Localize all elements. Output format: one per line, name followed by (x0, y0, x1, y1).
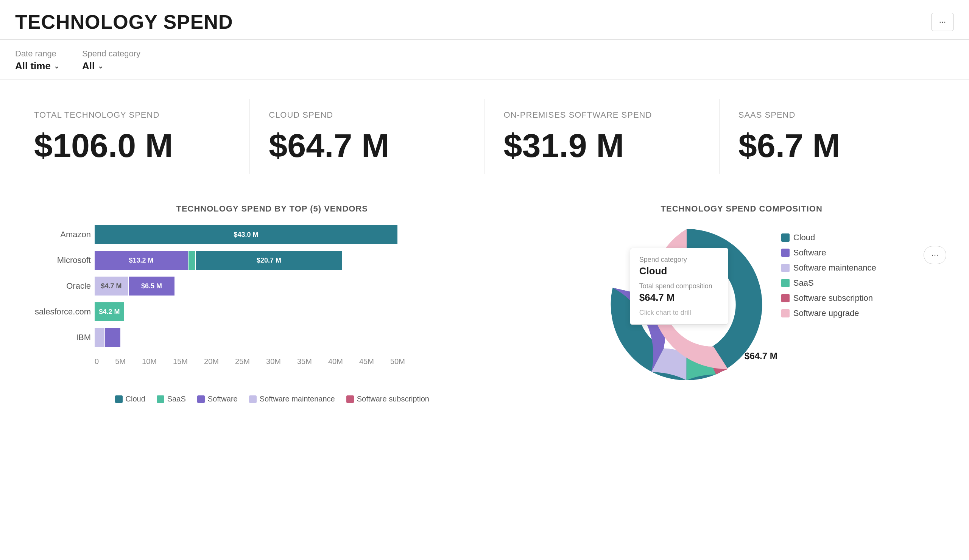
x-tick-15: 15M (173, 357, 188, 366)
pie-legend-cloud: Cloud (781, 233, 876, 243)
bar-row-oracle[interactable]: Oracle $4.7 M $6.5 M (95, 277, 518, 296)
kpi-value-2: $31.9 M (504, 129, 700, 162)
bar-label-amazon: Amazon (27, 225, 91, 244)
bar-chart: Amazon $43.0 M Microsoft $13.2 M $20.7 M… (27, 225, 518, 389)
legend-cloud: Cloud (115, 395, 145, 403)
pie-legend-dot-sw-upgrade (781, 309, 789, 317)
legend-label-software: Software (208, 395, 238, 403)
kpi-card-2: ON-PREMISES SOFTWARE SPEND $31.9 M (485, 99, 719, 174)
bar-label-salesforce: salesforce.com (27, 302, 91, 321)
pie-legend-sw-subscription: Software subscription (781, 293, 876, 303)
date-range-filter: Date range All time ⌄ (15, 49, 60, 72)
legend-dot-cloud (115, 395, 123, 403)
tooltip-spend-cat-value: Cloud (639, 265, 719, 277)
x-tick-25: 25M (235, 357, 250, 366)
pie-legend-sw-upgrade: Software upgrade (781, 308, 876, 318)
legend-sw-subscription: Software subscription (346, 395, 429, 403)
kpi-label-3: SAAS SPEND (739, 110, 935, 120)
date-range-chevron: ⌄ (54, 62, 60, 70)
bar-chart-title: TECHNOLOGY SPEND BY TOP (5) VENDORS (27, 204, 518, 214)
bar-segments-amazon: $43.0 M (95, 225, 398, 244)
pie-legend-label-software: Software (793, 248, 826, 258)
legend-dot-software (197, 395, 205, 403)
legend-saas: SaaS (157, 395, 186, 403)
x-tick-50: 50M (390, 357, 405, 366)
pie-legend-label-cloud: Cloud (793, 233, 815, 243)
bar-segments-salesforce: $4.2 M (95, 302, 124, 321)
kpi-value-1: $64.7 M (269, 129, 465, 162)
bar-segments-ibm (95, 328, 120, 347)
date-range-dropdown[interactable]: All time ⌄ (15, 60, 60, 72)
kpi-label-0: TOTAL TECHNOLOGY SPEND (34, 110, 230, 120)
filters-bar: Date range All time ⌄ Spend category All… (0, 40, 969, 80)
pie-legend-saas: SaaS (781, 278, 876, 288)
pie-legend-dot-software (781, 249, 789, 257)
more-button-float[interactable]: ··· (924, 246, 946, 264)
bar-row-amazon[interactable]: Amazon $43.0 M (95, 225, 518, 244)
page-title: TECHNOLOGY SPEND (15, 11, 233, 33)
pie-legend-dot-cloud (781, 233, 789, 242)
x-tick-10: 10M (142, 357, 157, 366)
bar-segment-ibm-maint (95, 328, 105, 347)
pie-area: Spend category Cloud Total spend composi… (541, 225, 942, 384)
x-tick-20: 20M (204, 357, 219, 366)
spend-category-value: All (82, 60, 95, 72)
pie-legend-sw-maintenance: Software maintenance (781, 263, 876, 273)
pie-legend-dot-sw-subscription (781, 294, 789, 302)
bar-row-microsoft[interactable]: Microsoft $13.2 M $20.7 M (95, 251, 518, 270)
bar-segment-amazon-cloud: $43.0 M (95, 225, 398, 244)
pie-container[interactable]: Spend category Cloud Total spend composi… (607, 225, 766, 384)
legend-label-cloud: Cloud (126, 395, 145, 403)
x-tick-5: 5M (115, 357, 126, 366)
tooltip-total-value: $64.7 M (639, 292, 719, 304)
bar-segment-sf-saas: $4.2 M (95, 302, 124, 321)
bar-label-ibm: IBM (27, 328, 91, 347)
bar-segment-oracle-maint: $4.7 M (95, 277, 128, 296)
charts-row: TECHNOLOGY SPEND BY TOP (5) VENDORS Amaz… (0, 189, 969, 426)
bar-label-oracle: Oracle (27, 277, 91, 296)
legend-dot-saas (157, 395, 164, 403)
bar-segments-microsoft: $13.2 M $20.7 M (95, 251, 342, 270)
legend-dot-sw-maintenance (249, 395, 256, 403)
legend-label-sw-subscription: Software subscription (357, 395, 429, 403)
pie-legend: Cloud Software Software maintenance SaaS… (781, 225, 876, 318)
kpi-label-1: CLOUD SPEND (269, 110, 465, 120)
x-tick-35: 35M (297, 357, 312, 366)
bar-segment-msft-saas (188, 251, 195, 270)
bar-segment-ibm-sw (105, 328, 120, 347)
pie-value-label: $64.7 M (744, 351, 778, 361)
legend-label-saas: SaaS (167, 395, 186, 403)
pie-legend-label-sw-subscription: Software subscription (793, 293, 873, 303)
bar-row-ibm[interactable]: IBM (95, 328, 518, 347)
pie-legend-dot-sw-maintenance (781, 264, 789, 272)
x-tick-45: 45M (359, 357, 374, 366)
pie-legend-label-saas: SaaS (793, 278, 814, 288)
pie-legend-label-sw-maintenance: Software maintenance (793, 263, 876, 273)
date-range-label: Date range (15, 49, 60, 59)
legend-dot-sw-subscription (346, 395, 354, 403)
date-range-value: All time (15, 60, 51, 72)
more-button[interactable]: ··· (931, 13, 954, 31)
x-tick-40: 40M (328, 357, 343, 366)
pie-chart-panel: TECHNOLOGY SPEND COMPOSITION (529, 196, 954, 411)
x-tick-0: 0 (95, 357, 99, 366)
bar-chart-legend: Cloud SaaS Software Software maintenance… (27, 395, 518, 403)
spend-category-dropdown[interactable]: All ⌄ (82, 60, 140, 72)
bar-chart-panel: TECHNOLOGY SPEND BY TOP (5) VENDORS Amaz… (15, 196, 529, 411)
bar-segment-msft-cloud: $20.7 M (196, 251, 342, 270)
spend-category-filter: Spend category All ⌄ (82, 49, 140, 72)
bar-row-salesforce[interactable]: salesforce.com $4.2 M (95, 302, 518, 321)
spend-category-label: Spend category (82, 49, 140, 59)
legend-label-sw-maintenance: Software maintenance (260, 395, 335, 403)
legend-sw-maintenance: Software maintenance (249, 395, 335, 403)
kpi-value-3: $6.7 M (739, 129, 935, 162)
pie-legend-software: Software (781, 248, 876, 258)
bar-segment-oracle-sw: $6.5 M (129, 277, 175, 296)
spend-category-chevron: ⌄ (98, 62, 103, 70)
kpi-card-0: TOTAL TECHNOLOGY SPEND $106.0 M (15, 99, 250, 174)
bar-label-microsoft: Microsoft (27, 251, 91, 270)
pie-tooltip: Spend category Cloud Total spend composi… (630, 248, 728, 325)
pie-legend-dot-saas (781, 279, 789, 287)
tooltip-total-label: Total spend composition (639, 282, 719, 290)
bar-segment-msft-software: $13.2 M (95, 251, 188, 270)
